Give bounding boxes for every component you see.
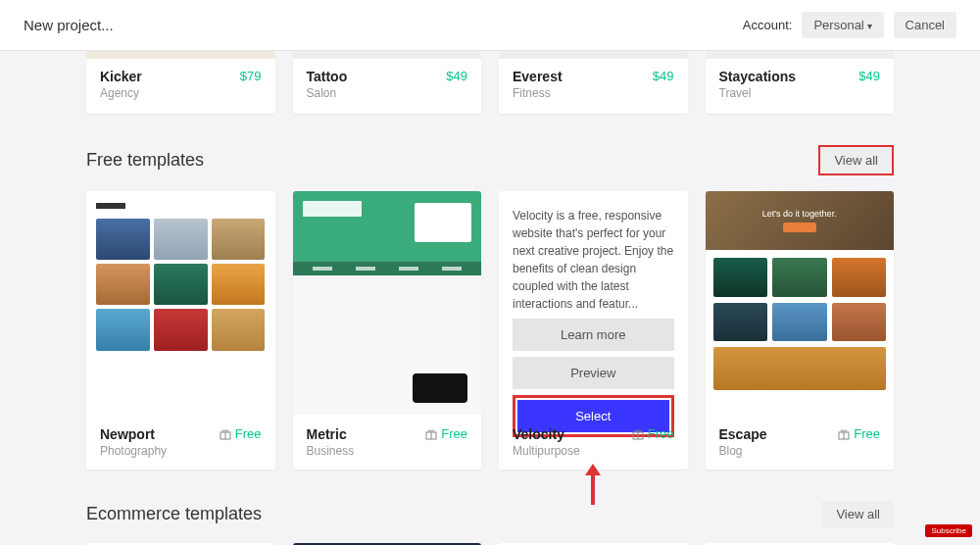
template-name: Staycations [719, 69, 797, 84]
template-card[interactable]: Tattoo Salon $49 [293, 51, 482, 114]
section-title: Ecommerce templates [86, 504, 262, 524]
template-description: Velocity is a free, responsive website t… [513, 207, 674, 313]
template-price: $79 [240, 69, 262, 83]
template-name: Escape [719, 426, 767, 442]
template-category: Business [307, 444, 355, 458]
gift-icon [220, 428, 231, 440]
template-category: Photography [100, 444, 167, 458]
cancel-button[interactable]: Cancel [894, 12, 956, 38]
template-card[interactable]: Kicker Agency $79 [86, 51, 275, 114]
top-templates-row: Kicker Agency $79 Tattoo Salon $49 Evere… [86, 51, 894, 114]
gift-icon [425, 428, 437, 440]
gift-icon [632, 428, 644, 440]
gift-icon [838, 428, 850, 440]
template-category: Blog [719, 444, 767, 458]
free-templates-section: Free templates View all [86, 145, 894, 470]
template-price: Free [220, 426, 262, 441]
template-category: Travel [719, 86, 797, 100]
template-card[interactable]: Staycations Travel $49 [706, 51, 895, 114]
template-name: Velocity [513, 426, 580, 442]
template-price: Free [425, 426, 467, 441]
arrow-icon [581, 464, 605, 507]
template-card-metric[interactable]: Metric Business Free [293, 191, 482, 470]
subscribe-badge[interactable]: Subscribe [925, 524, 972, 537]
learn-more-button[interactable]: Learn more [513, 319, 674, 351]
template-card-velocity[interactable]: Velocity is a free, responsive website t… [499, 191, 688, 470]
template-category: Agency [100, 86, 142, 100]
section-title: Free templates [86, 150, 204, 171]
template-thumbnail [86, 191, 275, 415]
template-card-newport[interactable]: Newport Photography Free [86, 191, 275, 470]
template-price: $49 [446, 69, 467, 83]
template-thumbnail: Let's do it together. [706, 191, 895, 415]
svg-marker-7 [585, 464, 601, 475]
ecommerce-templates-section: Ecommerce templates View all [86, 501, 894, 545]
template-thumbnail [293, 191, 482, 415]
template-price: $49 [858, 69, 880, 83]
template-hover-panel: Velocity is a free, responsive website t… [499, 191, 688, 415]
template-category: Salon [307, 86, 348, 100]
account-dropdown[interactable]: Personal [802, 12, 883, 38]
template-name: Newport [100, 426, 167, 442]
template-price: $49 [653, 69, 674, 83]
template-name: Metric [307, 426, 355, 442]
template-category: Multipurpose [513, 444, 580, 458]
template-price: Free [632, 426, 674, 441]
template-name: Kicker [100, 69, 142, 84]
header-bar: New project... Account: Personal Cancel [0, 0, 980, 51]
preview-button[interactable]: Preview [513, 357, 674, 389]
template-card-escape[interactable]: Let's do it together. [706, 191, 895, 470]
view-all-button[interactable]: View all [822, 501, 894, 527]
template-card[interactable]: Everest Fitness $49 [499, 51, 688, 114]
template-price: Free [838, 426, 880, 441]
account-label: Account: [743, 18, 793, 32]
page-title: New project... [24, 17, 114, 33]
template-name: Everest [513, 69, 563, 84]
template-name: Tattoo [307, 69, 348, 84]
view-all-button[interactable]: View all [818, 145, 894, 175]
header-actions: Account: Personal Cancel [743, 12, 956, 38]
template-category: Fitness [513, 86, 563, 100]
